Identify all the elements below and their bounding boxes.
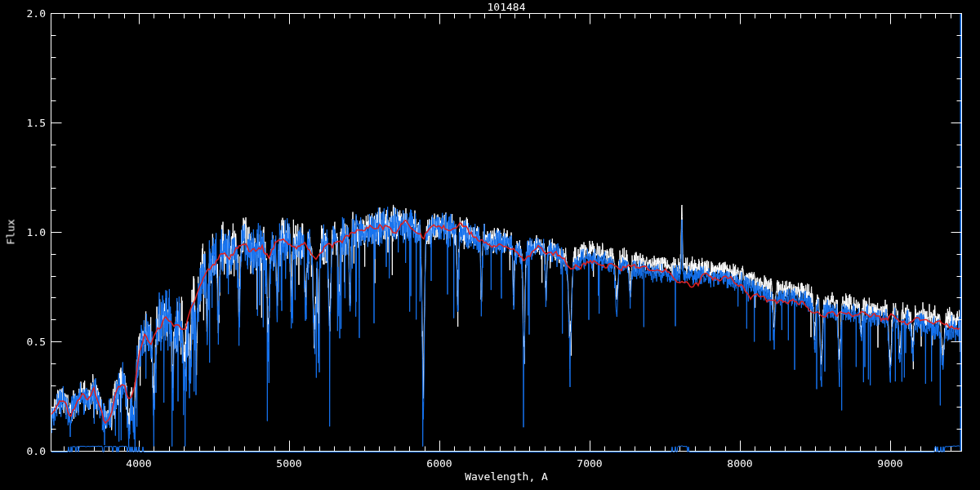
spectrum-plot: 101484 Flux Wavelength, A 40005000600070… — [0, 0, 980, 490]
x-tick-label: 9000 — [877, 457, 902, 470]
x-tick-label: 6000 — [426, 457, 452, 470]
x-tick-label: 7000 — [577, 457, 602, 470]
y-tick-label: 0.0 — [0, 445, 46, 457]
y-tick-label: 1.5 — [0, 117, 46, 129]
y-tick-label: 1.0 — [0, 226, 46, 238]
y-tick-label: 2.0 — [0, 7, 46, 20]
plot-title: 101484 — [488, 2, 526, 12]
y-tick-label: 0.5 — [0, 336, 46, 348]
x-tick-label: 4000 — [126, 457, 151, 470]
x-tick-label: 8000 — [727, 457, 752, 470]
spectrum-plot-canvas — [0, 0, 980, 490]
x-tick-label: 5000 — [276, 457, 301, 470]
x-axis-label: Wavelength, A — [465, 471, 548, 482]
